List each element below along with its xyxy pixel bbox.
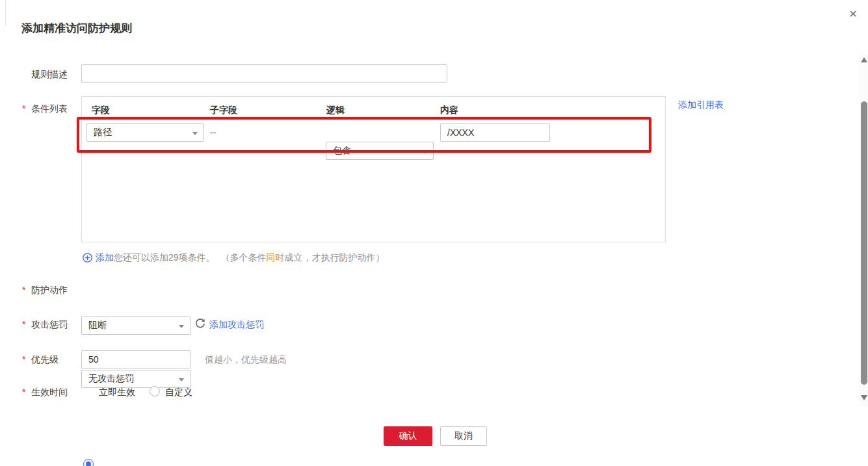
remaining-hint-text: 您还可以添加29项条件。 (114, 252, 215, 263)
add-attack-penalty-link[interactable]: 添加攻击惩罚 (209, 319, 264, 331)
chevron-down-icon (422, 150, 427, 153)
conditions-label: 条件列表 (31, 103, 68, 115)
radio-immediate[interactable] (83, 459, 94, 466)
add-condition-button[interactable]: 添加 (96, 252, 114, 264)
column-header-subfield: 子字段 (210, 105, 237, 116)
field-select-value: 路径 (94, 127, 112, 138)
radio-immediate-label[interactable]: 立即生效 (99, 387, 135, 398)
priority-input[interactable] (81, 350, 191, 369)
chevron-down-icon (179, 378, 184, 382)
content-input[interactable] (440, 123, 550, 142)
page-edge-divider (5, 0, 6, 26)
scrollbar-thumb[interactable] (861, 101, 867, 385)
penalty-required-mark: * (22, 319, 25, 330)
conditions-panel (81, 96, 666, 242)
refresh-icon[interactable] (194, 318, 206, 330)
attack-penalty-value: 无攻击惩罚 (88, 373, 134, 385)
logic-select[interactable]: 包含 (326, 142, 434, 160)
cancel-button[interactable]: 取消 (440, 426, 487, 446)
column-header-content: 内容 (440, 105, 458, 116)
chevron-down-icon (192, 132, 198, 135)
priority-hint: 值越小，优先级越高 (205, 354, 287, 366)
logic-select-value: 包含 (333, 145, 351, 157)
scrollbar-down-arrow-icon[interactable] (861, 395, 867, 400)
add-circle-icon[interactable] (83, 253, 92, 263)
attack-penalty-label: 攻击惩罚 (31, 319, 68, 331)
add-reference-table-link[interactable]: 添加引用表 (678, 99, 724, 111)
protective-action-label: 防护动作 (31, 285, 68, 296)
action-required-mark: * (22, 285, 25, 295)
attack-penalty-select[interactable]: 无攻击惩罚 (81, 370, 191, 388)
priority-required-mark: * (22, 354, 25, 365)
chevron-down-icon (179, 325, 184, 328)
time-required-mark: * (22, 387, 25, 397)
conditions-required-mark: * (22, 103, 25, 114)
confirm-button[interactable]: 确认 (384, 426, 432, 446)
protective-action-select[interactable]: 阻断 (81, 317, 191, 335)
radio-custom[interactable] (150, 386, 160, 396)
note-highlight: 同时 (266, 252, 284, 263)
note-suffix: 成立，才执行防护动作） (284, 252, 384, 263)
column-header-logic: 逻辑 (326, 105, 345, 116)
conditions-remaining-hint: 您还可以添加29项条件。 （多个条件同时成立，才执行防护动作） (114, 252, 384, 264)
column-header-field: 字段 (92, 105, 110, 116)
priority-label: 优先级 (31, 354, 59, 366)
radio-custom-label[interactable]: 自定义 (165, 387, 192, 398)
scrollbar-up-arrow-icon[interactable] (861, 57, 867, 62)
subfield-value: -- (210, 127, 216, 138)
close-icon[interactable]: × (849, 6, 857, 20)
note-prefix: （多个条件 (220, 252, 266, 263)
rule-description-label: 规则描述 (31, 69, 68, 81)
field-select[interactable]: 路径 (86, 123, 204, 142)
protective-action-value: 阻断 (88, 320, 107, 331)
rule-description-input[interactable] (81, 64, 447, 83)
page-title: 添加精准访问防护规则 (21, 21, 132, 36)
effective-time-label: 生效时间 (31, 387, 68, 398)
